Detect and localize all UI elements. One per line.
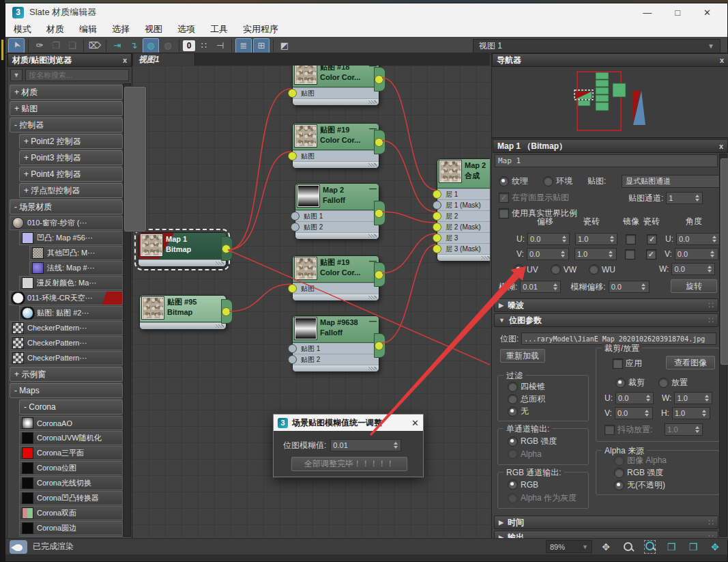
dialog-adjust-done-button[interactable]: 全部调整完毕！！！！！: [291, 457, 407, 471]
crop-w-spinner[interactable]: 1.0: [674, 392, 712, 404]
browser-panel-header[interactable]: 材质/贴图浏览器 x: [8, 53, 132, 67]
filter-pyramidal-radio[interactable]: [508, 382, 518, 392]
input-socket[interactable]: [433, 212, 441, 221]
zoom-tool-icon[interactable]: [620, 540, 636, 554]
input-socket[interactable]: [288, 344, 297, 353]
node-resize-grip[interactable]: [293, 98, 379, 105]
material-name-field[interactable]: Map 1: [495, 154, 718, 167]
node-falloff-map2[interactable]: Map 2Falloff — 贴图 1 贴图 2: [295, 183, 379, 240]
node-resize-grip[interactable]: [140, 322, 226, 329]
pick-material-eyedropper-icon[interactable]: ✑: [32, 39, 47, 53]
node-resize-grip[interactable]: [293, 161, 379, 168]
input-socket[interactable]: [291, 212, 300, 221]
layout-all-icon[interactable]: ∷: [196, 39, 212, 53]
input-socket[interactable]: [288, 152, 297, 160]
u-offset-spinner[interactable]: 0.0: [527, 233, 570, 245]
browser-checker-pattern[interactable]: CheckerPattern⋯: [10, 336, 123, 350]
inspector-scrollbar[interactable]: [719, 154, 727, 537]
navigator-close-icon[interactable]: x: [720, 56, 724, 64]
browser-close-icon[interactable]: x: [123, 56, 127, 64]
u-mirror-checkbox[interactable]: [626, 234, 636, 244]
browser-group-scene-materials[interactable]: - 场景材质: [10, 199, 123, 214]
node-resize-grip[interactable]: [295, 232, 379, 239]
input-socket[interactable]: [288, 284, 297, 293]
blur-spinner[interactable]: 0.01: [520, 281, 561, 293]
zoom-region-icon[interactable]: [641, 540, 658, 554]
delete-selected-icon[interactable]: ⌦: [87, 39, 102, 53]
make-preview-icon[interactable]: ❐: [48, 39, 63, 53]
pick-from-object-icon[interactable]: ❑: [65, 39, 80, 53]
output-socket[interactable]: [221, 236, 233, 261]
browser-corona-ao[interactable]: CoronaAO: [19, 416, 123, 430]
dialog-title-bar[interactable]: 3 场景贴图模糊值统一调整 ✕: [274, 415, 423, 431]
browser-item-point2[interactable]: + Point2 控制器: [19, 134, 123, 149]
pan-hand-icon[interactable]: ✥: [598, 540, 614, 554]
filter-none-radio[interactable]: [508, 406, 518, 417]
node-resize-grip[interactable]: [293, 294, 379, 300]
browser-group-maps2[interactable]: - Maps: [10, 383, 123, 398]
rotate-button[interactable]: 旋转: [671, 279, 717, 293]
render-teapot-icon[interactable]: [10, 540, 27, 554]
input-socket[interactable]: [291, 223, 300, 231]
scene-blur-adjust-dialog[interactable]: 3 场景贴图模糊值统一调整 ✕ 位图模糊值: 0.01 全部调整完毕！！！！！: [273, 414, 424, 477]
output-socket[interactable]: [374, 67, 385, 92]
node-resize-grip[interactable]: [437, 254, 490, 261]
browser-corona-triplanar[interactable]: Corona三平面: [19, 446, 123, 460]
close-button[interactable]: ✕: [703, 8, 711, 18]
place-radio[interactable]: [658, 378, 669, 388]
browser-scrollbar[interactable]: [123, 83, 131, 537]
browser-map-other-bump[interactable]: 其他凹凸: M⋯: [29, 246, 123, 260]
rollout-time[interactable]: ▶时间∷: [494, 516, 718, 529]
node-bitmap-95[interactable]: 贴图 #95Bitmap: [139, 295, 227, 330]
browser-corona-front-back[interactable]: Corona双面: [19, 506, 123, 520]
browser-map-normal[interactable]: 法线: Map #⋯: [29, 261, 123, 275]
radio-uv[interactable]: [514, 264, 524, 275]
output-socket[interactable]: [374, 201, 385, 225]
browser-map-diffuse[interactable]: 漫反射颜色: Ma⋯: [19, 276, 123, 290]
u-tiling-spinner[interactable]: 1.0: [575, 233, 617, 245]
output-socket[interactable]: [374, 333, 385, 358]
menu-select[interactable]: 选择: [112, 23, 130, 36]
show-shaded-material-icon[interactable]: ◍: [143, 38, 159, 53]
select-by-material-icon[interactable]: ◩: [277, 39, 292, 53]
node-bitmap-map1-selected[interactable]: Map 1Bitmap: [138, 232, 227, 267]
node-minimize-icon[interactable]: —: [369, 318, 377, 324]
zoom-extents-icon[interactable]: ❒: [663, 540, 680, 554]
rgb-alpha-as-gray-radio[interactable]: [508, 493, 518, 503]
v-tiling-spinner[interactable]: 1.0: [574, 248, 617, 260]
browser-group-materials[interactable]: + 材质: [10, 85, 123, 100]
menu-utilities[interactable]: 实用程序: [243, 23, 278, 36]
radio-wu[interactable]: [589, 264, 599, 275]
jitter-checkbox[interactable]: [605, 425, 615, 435]
browser-map-bump[interactable]: 凹凸: Map #56⋯: [19, 231, 123, 245]
node-resize-grip[interactable]: [139, 259, 226, 266]
radio-vw[interactable]: [551, 264, 561, 275]
alpha-none-opaque-radio[interactable]: [614, 480, 624, 490]
browser-item-point3[interactable]: + Point3 控制器: [19, 150, 123, 165]
mapping-dropdown[interactable]: 显式贴图通道▼: [622, 175, 728, 188]
node-falloff-9638[interactable]: Map #9638Falloff — 贴图 1 贴图 2: [292, 315, 379, 372]
mono-rgb-intensity-radio[interactable]: [508, 436, 518, 447]
browser-checker-pattern[interactable]: CheckerPattern⋯: [10, 351, 123, 365]
browser-corona-bump-converter[interactable]: Corona凹凸转换器: [19, 491, 123, 505]
menu-mode[interactable]: 模式: [14, 23, 31, 36]
inspector-header[interactable]: Map 1 （Bitmap） x: [493, 139, 728, 153]
v-angle-spinner[interactable]: 0.0: [675, 248, 718, 260]
maximize-button[interactable]: □: [675, 8, 680, 18]
input-socket[interactable]: [433, 244, 441, 253]
layout-children-icon[interactable]: ⊣: [213, 39, 228, 53]
v-offset-spinner[interactable]: 0.0: [527, 248, 569, 260]
checkbox-show-on-back[interactable]: ✓: [499, 193, 509, 203]
alpha-rgb-intensity-radio[interactable]: [614, 468, 624, 478]
node-color-correction-19a[interactable]: 贴图 #19Color Cor... — 贴图: [292, 123, 379, 169]
search-input[interactable]: [25, 69, 129, 81]
input-socket[interactable]: [433, 201, 441, 210]
browser-group-controllers[interactable]: - 控制器: [10, 117, 123, 132]
menu-tools[interactable]: 工具: [210, 23, 228, 36]
output-socket[interactable]: [221, 299, 233, 324]
title-bar[interactable]: 3 Slate 材质编辑器 — □ ✕: [5, 3, 727, 21]
material-map-browser-toggle-icon[interactable]: ≣: [235, 38, 252, 53]
select-tool-icon[interactable]: ➤: [8, 38, 25, 53]
browser-corona-uvw-random[interactable]: CoronaUVW随机化: [19, 431, 123, 445]
node-composite-map2[interactable]: Map 2合成 层 1 层 1 (Mask) 层 2 层 2 (Mask) 层 …: [437, 158, 490, 262]
